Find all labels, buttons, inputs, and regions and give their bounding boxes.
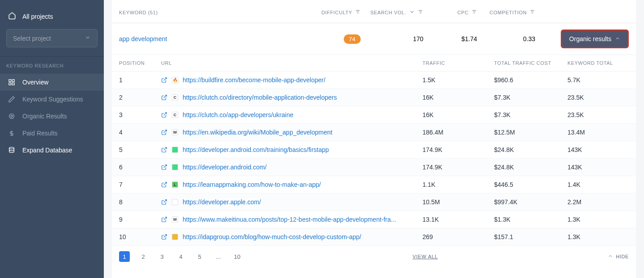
favicon: C [172, 94, 178, 101]
result-url-link[interactable]: https://clutch.co/app-developers/ukraine [183, 111, 293, 118]
traffic-cost-cell: $7.3K [494, 111, 567, 118]
view-all-link[interactable]: VIEW ALL [413, 254, 438, 259]
sidebar-item-label: Expand Database [22, 147, 96, 154]
url-cell: https://developer.android.com/training/b… [161, 146, 422, 153]
position-cell: 3 [119, 111, 161, 118]
favicon [172, 199, 178, 205]
external-link-icon[interactable] [161, 199, 167, 205]
result-url-link[interactable]: https://clutch.co/directory/mobile-appli… [183, 94, 337, 101]
table-row: 5 https://developer.android.com/training… [112, 141, 636, 159]
result-url-link[interactable]: https://buildfire.com/become-mobile-app-… [183, 76, 325, 84]
keyword-total-cell: 5.7K [567, 76, 629, 84]
external-link-icon[interactable] [161, 77, 167, 83]
competition-cell: 0.33 [477, 35, 535, 42]
keyword-total-cell: 143K [567, 146, 629, 153]
favicon: W [172, 129, 178, 135]
table-row: 7 L https://learnappmaking.com/how-to-ma… [112, 176, 636, 194]
external-link-icon[interactable] [161, 147, 167, 153]
url-cell: 🔥 https://buildfire.com/become-mobile-ap… [161, 76, 422, 84]
col-competition[interactable]: COMPETITION [477, 9, 535, 16]
favicon: 🔥 [172, 77, 178, 83]
page-button[interactable]: 3 [157, 251, 167, 262]
external-link-icon[interactable] [161, 164, 167, 170]
col-search-vol[interactable]: SEARCH VOL. [361, 9, 423, 16]
url-cell: https://idapgroup.com/blog/how-much-cost… [161, 233, 422, 240]
all-projects-label: All projects [22, 13, 53, 20]
svg-point-5 [11, 115, 13, 117]
page-button[interactable]: ... [213, 251, 224, 262]
sub-header: POSITION URL TRAFFIC TOTAL TRAFFIC COST … [112, 55, 636, 72]
sidebar-item-expand-database[interactable]: Expand Database [0, 142, 104, 159]
favicon: C [172, 112, 178, 118]
keyword-total-cell: 143K [567, 164, 629, 171]
table-header: KEYWORD (51) DIFFICULTY SEARCH VOL. CPC … [112, 0, 636, 23]
traffic-cell: 10.5M [422, 198, 494, 206]
traffic-cell: 186.4M [422, 129, 494, 136]
result-url-link[interactable]: https://developer.android.com/ [183, 164, 267, 171]
external-link-icon[interactable] [161, 216, 167, 223]
keyword-total-cell: 13.4M [567, 129, 629, 136]
result-url-link[interactable]: https://developer.android.com/training/b… [183, 146, 329, 153]
keyword-link[interactable]: app development [119, 35, 298, 42]
col-cpc[interactable]: CPC [423, 9, 477, 16]
keyword-summary-row: app development 74 170 $1.74 0.33 Organi… [112, 23, 636, 55]
select-project-dropdown[interactable]: Select project [6, 29, 98, 47]
page-button[interactable]: 10 [232, 251, 243, 262]
position-cell: 4 [119, 129, 161, 136]
traffic-cost-cell: $157.1 [494, 233, 567, 240]
svg-line-22 [164, 113, 166, 115]
result-url-link[interactable]: https://idapgroup.com/blog/how-much-cost… [183, 233, 361, 240]
chevron-down-icon [85, 34, 91, 42]
svg-point-4 [9, 114, 14, 119]
traffic-cell: 174.9K [422, 146, 494, 153]
main-content: KEYWORD (51) DIFFICULTY SEARCH VOL. CPC … [112, 0, 636, 278]
hide-button[interactable]: HIDE [608, 253, 629, 260]
svg-point-7 [9, 147, 14, 149]
organic-results-button[interactable]: Organic results [561, 29, 629, 48]
url-cell: C https://clutch.co/directory/mobile-app… [161, 94, 422, 101]
result-url-link[interactable]: https://learnappmaking.com/how-to-make-a… [183, 181, 321, 188]
sidebar-item-label: Paid Results [22, 130, 96, 137]
traffic-cost-cell: $24.8K [494, 164, 567, 171]
sidebar-item-paid-results[interactable]: Paid Results [0, 125, 104, 142]
table-row: 2 C https://clutch.co/directory/mobile-a… [112, 89, 636, 106]
home-icon [8, 12, 16, 21]
external-link-icon[interactable] [161, 181, 167, 188]
col-traffic: TRAFFIC [422, 60, 494, 66]
position-cell: 5 [119, 146, 161, 153]
col-keyword[interactable]: KEYWORD (51) [119, 10, 298, 15]
database-icon [8, 147, 15, 154]
url-cell: C https://clutch.co/app-developers/ukrai… [161, 111, 422, 118]
sidebar-item-label: Keyword Suggestions [22, 96, 96, 103]
page-button[interactable]: 5 [194, 251, 205, 262]
result-url-link[interactable]: https://en.wikipedia.org/wiki/Mobile_app… [183, 129, 333, 136]
all-projects-link[interactable]: All projects [0, 8, 104, 29]
keyword-total-cell: 1.4K [567, 181, 629, 188]
svg-rect-1 [12, 80, 14, 82]
position-cell: 8 [119, 198, 161, 206]
external-link-icon[interactable] [161, 234, 167, 240]
difficulty-badge: 74 [344, 34, 361, 44]
external-link-icon[interactable] [161, 129, 167, 135]
traffic-cell: 174.9K [422, 164, 494, 171]
url-cell: M https://www.makeitinua.com/posts/top-1… [161, 216, 422, 223]
sidebar-item-organic-results[interactable]: Organic Results [0, 108, 104, 125]
traffic-cell: 13.1K [422, 216, 494, 223]
page-button[interactable]: 4 [175, 251, 186, 262]
page-button[interactable]: 1 [119, 251, 130, 262]
result-url-link[interactable]: https://developer.apple.com/ [183, 198, 261, 206]
col-difficulty[interactable]: DIFFICULTY [298, 9, 361, 16]
page-button[interactable]: 2 [138, 251, 149, 262]
sidebar-item-overview[interactable]: Overview [0, 74, 104, 91]
difficulty-cell: 74 [298, 34, 361, 44]
result-url-link[interactable]: https://www.makeitinua.com/posts/top-12-… [183, 216, 396, 223]
external-link-icon[interactable] [161, 112, 167, 118]
traffic-cost-cell: $12.5M [494, 129, 567, 136]
filter-icon [529, 9, 535, 16]
traffic-cost-cell: $7.3K [494, 94, 567, 101]
external-link-icon[interactable] [161, 94, 167, 101]
table-row: 6 https://developer.android.com/ 174.9K … [112, 159, 636, 176]
traffic-cell: 16K [422, 94, 494, 101]
keyword-total-cell: 1.3K [567, 233, 629, 240]
sidebar-item-keyword-suggestions[interactable]: Keyword Suggestions [0, 91, 104, 108]
